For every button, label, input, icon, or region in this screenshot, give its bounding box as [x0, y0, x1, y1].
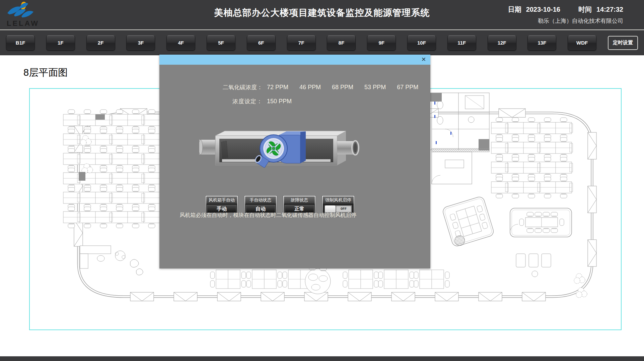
fan-hand-auto-panel: 风机箱手自动 手动	[206, 196, 238, 214]
date-value: 2023-10-16	[526, 6, 560, 13]
floor-button-3f[interactable]: 3F	[126, 35, 155, 51]
company-name: 勒乐（上海）自动化技术有限公司	[508, 17, 623, 25]
setpoint-label: 浓度设定：	[216, 98, 263, 105]
header-info: 日期 2023-10-16 时间 14:27:32 勒乐（上海）自动化技术有限公…	[508, 5, 623, 25]
floor-button-13f[interactable]: 13F	[527, 35, 556, 51]
dialog-body: 二氧化碳浓度： 72 PPM 46 PPM 68 PPM 53 PPM 67 P…	[159, 65, 430, 268]
hand-auto-status-header: 手自动状态	[245, 196, 276, 204]
co2-value-5: 67 PPM	[397, 84, 418, 91]
header-bar: LELAW 美柚总部办公大楼项目建筑设备监控及能源管理系统 日期 2023-10…	[0, 0, 644, 29]
duct-left-pipe-icon	[199, 140, 217, 155]
fault-status-header: 故障状态	[284, 196, 315, 204]
floor-button-wdf[interactable]: WDF	[568, 35, 596, 51]
time-value: 14:27:32	[596, 6, 623, 13]
bottom-status-strip	[0, 356, 644, 361]
floor-button-10f[interactable]: 10F	[407, 35, 436, 51]
fan-hand-auto-header: 风机箱手自动	[206, 196, 237, 204]
co2-label: 二氧化碳浓度：	[216, 83, 263, 91]
fault-status-panel: 故障状态 正常	[283, 196, 315, 214]
floor-button-11f[interactable]: 11F	[447, 35, 476, 51]
toggle-knob[interactable]	[325, 205, 336, 213]
setpoint-value: 150 PPM	[267, 98, 292, 105]
force-fan-panel: 强制风机启停 OFF	[322, 196, 354, 214]
hand-auto-status-panel: 手自动状态 自动	[244, 196, 277, 214]
co2-value-1: 72 PPM	[267, 84, 288, 91]
floor-button-4f[interactable]: 4F	[166, 35, 195, 51]
floor-button-b1f[interactable]: B1F	[6, 35, 35, 51]
force-fan-header: 强制风机启停	[323, 196, 354, 204]
fan-control-dialog: ✕ 二氧化碳浓度： 72 PPM 46 PPM 68 PPM 53 PPM 67…	[159, 55, 430, 268]
co2-value-4: 53 PPM	[364, 84, 386, 91]
co2-readings-row: 二氧化碳浓度： 72 PPM 46 PPM 68 PPM 53 PPM 67 P…	[216, 83, 418, 91]
floor-button-1f[interactable]: 1F	[46, 35, 75, 51]
floor-button-7f[interactable]: 7F	[287, 35, 316, 51]
floor-button-8f[interactable]: 8F	[327, 35, 356, 51]
floor-plan-title: 8层平面图	[23, 66, 68, 79]
floor-button-5f[interactable]: 5F	[207, 35, 235, 51]
dialog-note: 风机箱必须在自动时，模块在自动状态时二氧化碳传感器自动控制风机启停	[159, 212, 377, 219]
toggle-state-label: OFF	[336, 206, 351, 212]
fan-control-panels: 风机箱手自动 手动 手自动状态 自动 故障状态 正常 强制风机启停	[206, 196, 354, 214]
floor-button-9f[interactable]: 9F	[367, 35, 396, 51]
fan-unit-graphic	[199, 129, 363, 169]
duct-right-pipe-icon	[337, 141, 359, 155]
date-label: 日期	[508, 5, 521, 14]
co2-value-2: 46 PPM	[299, 84, 321, 91]
setpoint-row: 浓度设定： 150 PPM	[216, 98, 292, 105]
datetime-row: 日期 2023-10-16 时间 14:27:32	[508, 5, 623, 14]
floor-button-2f[interactable]: 2F	[86, 35, 115, 51]
co2-value-3: 68 PPM	[332, 84, 353, 91]
floor-button-6f[interactable]: 6F	[247, 35, 276, 51]
timer-settings-button[interactable]: 定时设置	[608, 36, 638, 50]
scada-screen: { "header": { "logo_text": "LELAW", "tit…	[0, 0, 644, 361]
floor-nav-bar: B1F 1F 2F 3F 4F 5F 6F 7F 8F 9F 10F 11F 1…	[0, 29, 644, 55]
time-label: 时间	[578, 5, 592, 14]
close-icon[interactable]: ✕	[420, 56, 427, 64]
logo-text: LELAW	[7, 19, 39, 28]
floor-button-12f[interactable]: 12F	[488, 35, 516, 51]
dialog-titlebar: ✕	[159, 55, 430, 65]
